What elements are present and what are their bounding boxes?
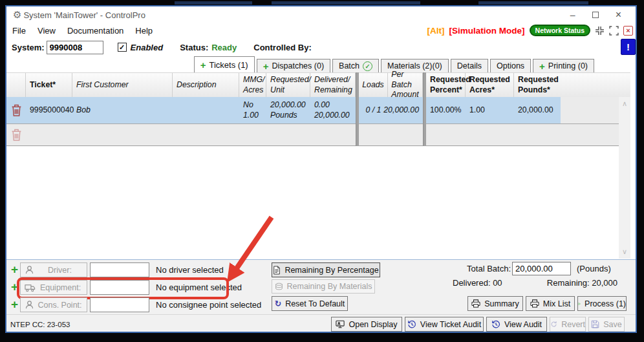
open-display-button[interactable]: Open Display xyxy=(331,317,402,332)
tab-label: Batch xyxy=(339,61,360,70)
cell-requested-unit: 20,000.00 Pounds xyxy=(266,97,310,123)
header-mmg-acres[interactable]: MMG/ Acres xyxy=(239,73,266,97)
trash-icon xyxy=(11,104,22,116)
mix-list-button[interactable]: Mix List xyxy=(526,296,575,311)
delete-ticket-button-disabled xyxy=(6,124,26,145)
summary-button[interactable]: Summary xyxy=(467,296,523,311)
menu-help[interactable]: Help xyxy=(129,26,158,36)
header-delete-column xyxy=(6,73,26,97)
header-delivered-remaining[interactable]: Delivered/ Remaining xyxy=(310,73,356,97)
new-ticket-row[interactable] xyxy=(6,124,619,146)
tab-label: Dispatches (0) xyxy=(272,61,324,70)
add-cons-point-button[interactable]: + xyxy=(11,297,20,312)
controlled-by-label: Controlled By: xyxy=(253,43,312,52)
add-driver-button[interactable]: + xyxy=(11,262,20,277)
remaining-text: Remaining: 20,000 xyxy=(524,278,617,288)
cell-requested-percent: 100.00% xyxy=(426,97,466,123)
button-label: Remaining By Percentage xyxy=(284,266,378,275)
button-label: Process (1) xyxy=(585,299,626,308)
button-label: Remaining By Materials xyxy=(287,282,372,291)
cons-point-input[interactable] xyxy=(90,297,149,312)
grid-header: Ticket* First Customer Description MMG/ … xyxy=(6,72,630,97)
person-icon xyxy=(25,300,34,310)
header-requested-acres[interactable]: Requested Acres* xyxy=(466,73,514,97)
driver-input[interactable] xyxy=(90,262,149,277)
header-loads[interactable]: Loads xyxy=(359,73,388,97)
enabled-checkbox[interactable]: ✓ xyxy=(118,43,127,52)
button-label: Mix List xyxy=(543,299,570,308)
person-icon xyxy=(25,265,34,275)
reset-icon: ↻ xyxy=(275,299,281,308)
driver-button[interactable]: Driver: xyxy=(20,262,87,277)
fullscreen-icon[interactable] xyxy=(609,26,619,36)
checkmark-glyph: ✓ xyxy=(365,63,370,70)
tab-label: Tickets (1) xyxy=(209,60,248,70)
minimize-button[interactable]: – xyxy=(570,10,575,19)
tab-label: Materials (2)(0) xyxy=(387,61,442,70)
tab-printing[interactable]: + Printing (0) xyxy=(533,59,594,72)
ticket-row[interactable]: 9995000040 Bob No 1.00 20,000.00 Pounds … xyxy=(6,97,619,124)
maximize-button[interactable] xyxy=(592,12,599,18)
simulation-mode-badge: [Simulation Mode] xyxy=(449,26,525,36)
tab-dispatches[interactable]: + Dispatches (0) xyxy=(257,59,330,72)
collapse-icon[interactable] xyxy=(595,26,605,36)
cell-per-batch-amount: 20,000.00 xyxy=(388,97,423,123)
remaining-by-materials-button: Remaining By Materials xyxy=(272,279,375,294)
document-icon xyxy=(273,266,281,275)
grid-scrollbar[interactable]: ∧ ∨ xyxy=(619,97,630,259)
driver-status: No driver selected xyxy=(156,262,224,277)
alert-button[interactable]: ! xyxy=(621,39,636,55)
total-batch-unit: (Pounds) xyxy=(577,264,611,273)
button-label: Open Display xyxy=(349,320,397,329)
status-label: Status: xyxy=(180,43,208,52)
printer-icon xyxy=(471,299,480,308)
bottom-panel: + Driver: No driver selected + Equipment… xyxy=(6,259,636,332)
delete-ticket-button[interactable] xyxy=(6,97,26,123)
header-requested-percent[interactable]: Requested Percent* xyxy=(426,73,466,97)
close-button[interactable]: × xyxy=(616,10,621,20)
view-ticket-audit-button[interactable]: View Ticket Audit xyxy=(405,317,484,332)
scroll-down-icon[interactable]: ∨ xyxy=(619,248,630,256)
driver-label: Driver: xyxy=(37,266,83,275)
menu-file[interactable]: File xyxy=(6,26,32,36)
tab-batch[interactable]: Batch ✓ xyxy=(332,59,379,72)
database-icon xyxy=(275,283,283,290)
header-first-customer[interactable]: First Customer xyxy=(72,73,173,97)
play-icon xyxy=(578,300,581,308)
background-window-fragment xyxy=(478,1,588,5)
ntep-certification-text: NTEP CC: 23-053 xyxy=(10,321,70,328)
cell-requested-pounds: 20,000.00 xyxy=(514,97,563,123)
tab-options[interactable]: Options xyxy=(490,59,531,72)
view-audit-button[interactable]: View Audit xyxy=(486,317,547,332)
exit-close-icon[interactable]: × xyxy=(623,26,633,36)
header-ticket[interactable]: Ticket* xyxy=(26,73,72,97)
header-requested-pounds[interactable]: Requested Pounds* xyxy=(514,73,563,97)
cell-mmg-acres: No 1.00 xyxy=(239,97,266,123)
total-batch-label: Total Batch: xyxy=(459,264,511,273)
tab-label: Options xyxy=(497,61,524,70)
column-group-divider xyxy=(423,72,426,146)
menu-view[interactable]: View xyxy=(32,26,61,36)
network-status-badge[interactable]: Network Status xyxy=(530,25,590,36)
header-requested-unit[interactable]: Requested/ Unit xyxy=(266,73,310,97)
system-number-input[interactable] xyxy=(47,41,103,54)
desktop: ⚙ System 'MainTower' - ControlPro – × Fi… xyxy=(0,0,644,342)
tab-strip: + Tickets (1) + Dispatches (0) Batch ✓ M… xyxy=(6,56,636,72)
tab-tickets[interactable]: + Tickets (1) xyxy=(194,56,255,72)
header-per-batch-amount[interactable]: Per Batch Amount xyxy=(388,73,423,97)
total-batch-input[interactable] xyxy=(512,262,571,275)
tab-details[interactable]: Details xyxy=(451,59,488,72)
scroll-up-icon[interactable]: ∧ xyxy=(619,100,630,108)
menu-documentation[interactable]: Documentation xyxy=(61,26,129,36)
window-title: System 'MainTower' - ControlPro xyxy=(23,10,145,20)
reset-to-default-button[interactable]: ↻ Reset To Default xyxy=(272,296,348,311)
tab-label: Details xyxy=(457,61,482,70)
header-description[interactable]: Description xyxy=(173,73,239,97)
background-window-fragment xyxy=(272,1,420,5)
cell-delivered-remaining: 0.00 20,000.00 xyxy=(310,97,356,123)
history-clock-icon xyxy=(407,320,416,329)
process-button[interactable]: Process (1) xyxy=(577,296,627,311)
cons-point-button[interactable]: Cons. Point: xyxy=(20,297,87,312)
remaining-by-percentage-button[interactable]: Remaining By Percentage xyxy=(272,262,380,277)
app-gears-icon: ⚙ xyxy=(13,9,19,21)
